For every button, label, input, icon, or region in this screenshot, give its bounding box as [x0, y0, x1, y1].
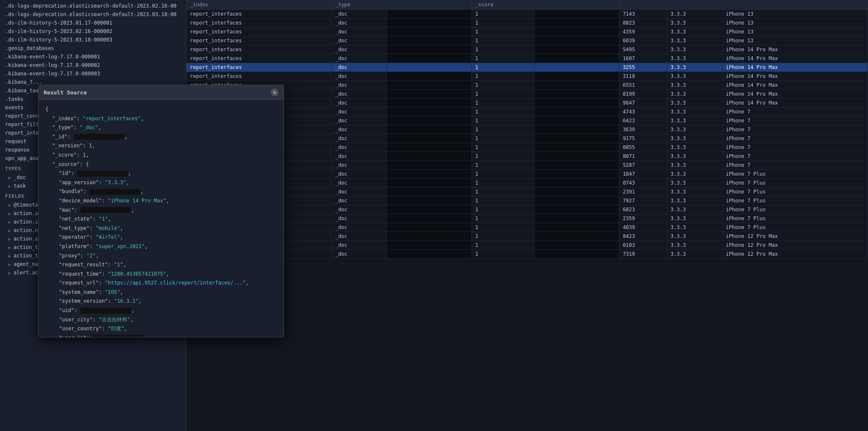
table-row[interactable]: report_interfaces_doc123593.3.3iPhone 7 … [186, 214, 868, 223]
table-row[interactable]: report_interfaces_doc143593.3.3iPhone 13 [186, 28, 868, 36]
table-row[interactable]: report_interfaces_doc118473.3.3iPhone 7 … [186, 170, 868, 179]
table-row[interactable]: report_interfaces_doc132553.3.3iPhone 14… [186, 63, 868, 72]
table-area: _index _type _score report_interfaces_do… [186, 0, 868, 431]
sidebar-item-ds-logs-2[interactable]: .ds-logs-deprecation.elasticsearch-defau… [0, 10, 186, 19]
table-row[interactable]: report_interfaces_doc164233.3.3iPhone 7 [186, 116, 868, 125]
col-header-id2[interactable] [619, 0, 667, 10]
table-row[interactable]: report_interfaces_doc198473.3.3iPhone 14… [186, 99, 868, 108]
col-header-source[interactable] [534, 0, 619, 10]
sidebar-item-ds-logs-1[interactable]: .ds-logs-deprecation.elasticsearch-defau… [0, 2, 186, 10]
modal-header: Result Source × [39, 85, 284, 100]
table-row[interactable]: report_interfaces_doc147433.3.3iPhone 7 [186, 108, 868, 116]
arrow-icon-ms: ▶ [8, 220, 11, 224]
sidebar-item-kibana-log-3[interactable]: .kibana-event-log-7.17.8-000003 [0, 69, 186, 78]
modal-close-button[interactable]: × [271, 88, 278, 96]
modal-title: Result Source [44, 89, 87, 96]
col-header-device[interactable] [722, 0, 868, 10]
col-header-appver[interactable] [667, 0, 722, 10]
table-row[interactable]: report_interfaces_doc152873.3.3iPhone 7 [186, 161, 868, 170]
arrow-icon-aa: ▶ [8, 271, 11, 275]
table-row[interactable]: report_interfaces_doc180713.3.3iPhone 7 [186, 152, 868, 161]
modal-body: { "_index": "report_interfaces", "_type"… [39, 100, 284, 337]
sidebar-item-ds-ilm-2[interactable]: .ds-ilm-history-5-2023.02.16-000002 [0, 27, 186, 36]
table-row[interactable]: report_interfaces_doc168233.3.3iPhone 7 … [186, 205, 868, 214]
table-row[interactable]: report_interfaces_doc101033.3.3iPhone 12… [186, 241, 868, 250]
col-header-score[interactable]: _score [472, 0, 534, 10]
json-content: { "_index": "report_interfaces", "_type"… [45, 105, 277, 337]
sidebar-item-ds-ilm-1[interactable]: .ds-ilm-history-5-2023.01.17-000001 [0, 19, 186, 27]
table-row[interactable]: report_interfaces_doc179273.3.3iPhone 7 … [186, 196, 868, 205]
table-row[interactable]: report_interfaces_doc154953.3.3iPhone 14… [186, 45, 868, 54]
col-header-type[interactable]: _type [331, 0, 387, 10]
table-row[interactable]: report_interfaces_doc184233.3.3iPhone 12… [186, 232, 868, 241]
arrow-icon-ag: ▶ [8, 262, 11, 267]
table-row[interactable]: report_interfaces_doc188233.3.3iPhone 13 [186, 19, 868, 28]
table-row[interactable]: report_interfaces_doc160393.3.3iPhone 13 [186, 36, 868, 45]
arrow-icon: ▶ [8, 175, 11, 180]
arrow-icon-ts: ▶ [8, 203, 11, 207]
col-header-index[interactable]: _index [186, 0, 331, 10]
table-row[interactable]: report_interfaces_doc107433.3.3iPhone 7 … [186, 179, 868, 188]
arrow-icon-sec: ▶ [8, 237, 11, 241]
arrow-icon-at: ▶ [8, 211, 11, 216]
sidebar-item-kibana-log-2[interactable]: .kibana-event-log-7.17.8-000002 [0, 61, 186, 69]
arrow-icon-tp1: ▶ [8, 245, 11, 250]
results-table: _index _type _score report_interfaces_do… [186, 0, 868, 259]
app-container: .ds-logs-deprecation.elasticsearch-defau… [0, 0, 868, 431]
table-row[interactable]: report_interfaces_doc108553.3.3iPhone 7 [186, 143, 868, 152]
result-source-modal: Result Source × { "_index": "report_inte… [38, 85, 284, 337]
table-row[interactable]: report_interfaces_doc171433.3.3iPhone 13 [186, 10, 868, 19]
table-row[interactable]: report_interfaces_doc136393.3.3iPhone 7 [186, 125, 868, 134]
sidebar-item-kibana-log-1[interactable]: .kibana-event-log-7.17.8-000001 [0, 52, 186, 61]
table-row[interactable]: report_interfaces_doc123913.3.3iPhone 7 … [186, 188, 868, 196]
arrow-icon-tp2: ▶ [8, 254, 11, 258]
arrow-icon-an: ▶ [8, 228, 11, 233]
table-row[interactable]: report_interfaces_doc165513.3.3iPhone 14… [186, 81, 868, 90]
arrow-icon-task: ▶ [8, 184, 11, 188]
table-row[interactable]: report_interfaces_doc173193.3.3iPhone 12… [186, 250, 868, 259]
table-row[interactable]: report_interfaces_doc131193.3.3iPhone 14… [186, 72, 868, 81]
sidebar-item-ds-ilm-3[interactable]: .ds-ilm-history-5-2023.03.18-000003 [0, 36, 186, 44]
col-header-id[interactable] [387, 0, 472, 10]
table-row[interactable]: report_interfaces_doc140393.3.3iPhone 7 … [186, 223, 868, 232]
table-row[interactable]: report_interfaces_doc181993.3.3iPhone 14… [186, 90, 868, 99]
table-row[interactable]: report_interfaces_doc191753.3.3iPhone 7 [186, 134, 868, 143]
sidebar-item-geoip[interactable]: .geoip_databases [0, 44, 186, 52]
table-row[interactable]: report_interfaces_doc116073.3.3iPhone 14… [186, 54, 868, 63]
